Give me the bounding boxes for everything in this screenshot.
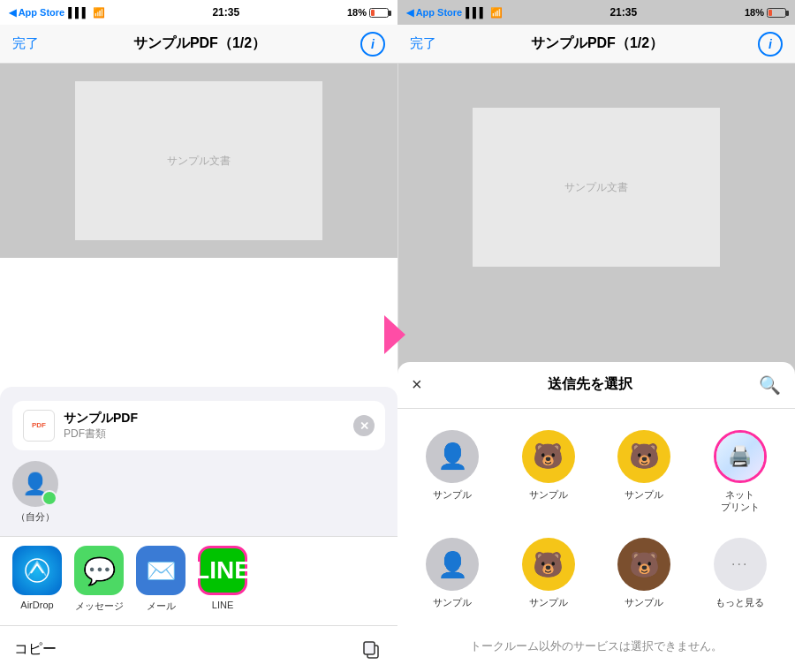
done-button-left[interactable]: 完了	[12, 35, 39, 52]
modal-header: × 送信先を選択 🔍	[398, 362, 795, 409]
nav-title-right: サンプルPDF（1/2）	[531, 34, 663, 53]
info-button-left[interactable]: i	[360, 32, 385, 57]
info-button-right[interactable]: i	[758, 32, 783, 57]
contact-label-self: （自分）	[16, 510, 55, 524]
right-phone-panel: ◀ App Store ▌▌▌ 📶 21:35 18% 完了 サンプルPDF（1…	[398, 0, 795, 672]
battery-pct-right: 18%	[745, 7, 764, 18]
app-item-mail[interactable]: ✉️ メール	[136, 546, 186, 613]
nav-bar-right: 完了 サンプルPDF（1/2） i	[398, 25, 795, 64]
pdf-page-left: サンプル文書	[75, 81, 322, 240]
grid-contact-5[interactable]: 👤 サンプル	[405, 531, 501, 615]
mail-icon: ✉️	[136, 546, 186, 595]
grid-contact-1[interactable]: 👤 サンプル	[405, 423, 501, 521]
pdf-viewer-left: サンプル文書	[0, 64, 398, 258]
grid-avatar-2: 🐻	[522, 430, 575, 483]
modal-title: 送信先を選択	[548, 375, 632, 394]
grid-avatar-more: ···	[714, 538, 767, 591]
app-item-line[interactable]: LINE LINE	[198, 546, 247, 613]
notice-text: トークルーム以外のサービスは選択できません。	[398, 623, 795, 673]
net-print-image: 🖨️	[716, 433, 764, 480]
svg-marker-4	[384, 315, 405, 354]
grid-avatar-5: 👤	[426, 538, 479, 591]
contact-avatar-self: 👤	[12, 461, 58, 507]
share-sheet: PDF サンプルPDF PDF書類 ✕ 👤	[0, 387, 398, 672]
apps-row: AirDrop 💬 メッセージ ✉️ メール LINE	[0, 536, 398, 625]
pdf-thumbnail: PDF	[23, 410, 55, 442]
grid-label-6: サンプル	[529, 596, 568, 608]
contacts-grid-row1: 👤 サンプル 🐻 サンプル 🐻 サンプル 🖨️	[398, 409, 795, 528]
file-name: サンプルPDF	[64, 411, 138, 427]
grid-contact-2[interactable]: 🐻 サンプル	[501, 423, 597, 521]
close-share-button[interactable]: ✕	[353, 415, 375, 436]
grid-avatar-1: 👤	[426, 430, 479, 483]
battery-icon-right	[767, 8, 786, 18]
grid-label-1: サンプル	[433, 488, 472, 501]
contacts-grid-row2: 👤 サンプル 🐻 サンプル 🐻 サンプル ··· もっと見る	[398, 527, 795, 623]
file-details: サンプルPDF PDF書類	[64, 411, 138, 442]
copy-row[interactable]: コピー	[0, 625, 398, 672]
svg-rect-3	[364, 642, 375, 654]
line-icon: LINE	[198, 546, 247, 595]
wifi-icon-right: 📶	[490, 7, 503, 19]
grid-label-3: サンプル	[625, 488, 663, 501]
grid-avatar-net-print: 🖨️	[714, 430, 767, 483]
copy-icon	[359, 637, 383, 661]
nav-bar-left: 完了 サンプルPDF（1/2） i	[0, 25, 398, 64]
file-type: PDF書類	[64, 427, 138, 442]
status-bar-right-side: ◀ App Store ▌▌▌ 📶	[406, 7, 503, 19]
messages-label: メッセージ	[75, 600, 124, 613]
left-phone-panel: ◀ App Store ▌▌▌ 📶 21:35 18% 完了 サンプルPDF（1…	[0, 0, 398, 672]
mail-label: メール	[147, 600, 176, 613]
grid-label-5: サンプル	[433, 596, 472, 608]
grid-contact-3[interactable]: 🐻 サンプル	[596, 423, 693, 521]
contacts-row: 👤 （自分）	[0, 461, 398, 536]
airdrop-icon	[12, 546, 62, 595]
grid-label-net-print: ネットプリント	[721, 488, 760, 514]
status-bar-left-side: ◀ App Store ▌▌▌ 📶	[9, 7, 105, 19]
airdrop-label: AirDrop	[20, 600, 53, 610]
contact-item-self[interactable]: 👤 （自分）	[12, 461, 58, 524]
line-label: LINE	[212, 600, 233, 610]
status-bar-right: ◀ App Store ▌▌▌ 📶 21:35 18%	[398, 0, 795, 25]
time-right: 21:35	[610, 6, 637, 19]
grid-avatar-6: 🐻	[522, 538, 575, 591]
app-store-back-left[interactable]: ◀ App Store	[9, 7, 64, 19]
file-row: PDF サンプルPDF PDF書類 ✕	[12, 401, 385, 450]
battery-pct-left: 18%	[347, 7, 367, 18]
status-right-left: 18%	[347, 7, 389, 18]
svg-point-0	[46, 495, 53, 502]
wifi-icon: 📶	[93, 7, 105, 19]
status-right-right: 18%	[745, 7, 786, 18]
grid-avatar-3: 🐻	[617, 430, 670, 483]
messages-icon: 💬	[74, 546, 124, 595]
app-item-messages[interactable]: 💬 メッセージ	[74, 546, 124, 613]
nav-title-left: サンプルPDF（1/2）	[133, 34, 266, 53]
grid-label-2: サンプル	[529, 488, 568, 501]
modal-close-button[interactable]: ×	[412, 374, 422, 395]
done-button-right[interactable]: 完了	[410, 35, 436, 52]
modal-search-button[interactable]: 🔍	[759, 374, 781, 396]
grid-label-more: もっと見る	[716, 596, 764, 608]
app-store-back-right[interactable]: ◀ App Store	[406, 7, 462, 19]
line-modal: × 送信先を選択 🔍 👤 サンプル 🐻 サンプル 🐻	[398, 362, 795, 672]
battery-icon-left	[369, 8, 389, 18]
time-left: 21:35	[212, 6, 239, 19]
file-info: PDF サンプルPDF PDF書類	[23, 410, 138, 442]
grid-avatar-7: 🐻	[617, 538, 670, 591]
grid-contact-net-print[interactable]: 🖨️ ネットプリント	[693, 423, 789, 521]
signal-icon-right: ▌▌▌	[466, 7, 486, 18]
copy-label: コピー	[14, 640, 57, 659]
app-item-airdrop[interactable]: AirDrop	[12, 546, 62, 613]
grid-label-7: サンプル	[625, 596, 663, 608]
contact-badge	[42, 490, 57, 506]
grid-contact-6[interactable]: 🐻 サンプル	[501, 531, 597, 615]
grid-contact-7[interactable]: 🐻 サンプル	[596, 531, 693, 615]
status-bar-left: ◀ App Store ▌▌▌ 📶 21:35 18%	[0, 0, 398, 25]
signal-icon: ▌▌▌	[68, 7, 88, 18]
pdf-viewer-right: サンプル文書	[398, 64, 795, 311]
grid-contact-more[interactable]: ··· もっと見る	[693, 531, 789, 615]
arrow-divider	[384, 315, 413, 358]
pdf-page-right: サンプル文書	[473, 108, 720, 267]
